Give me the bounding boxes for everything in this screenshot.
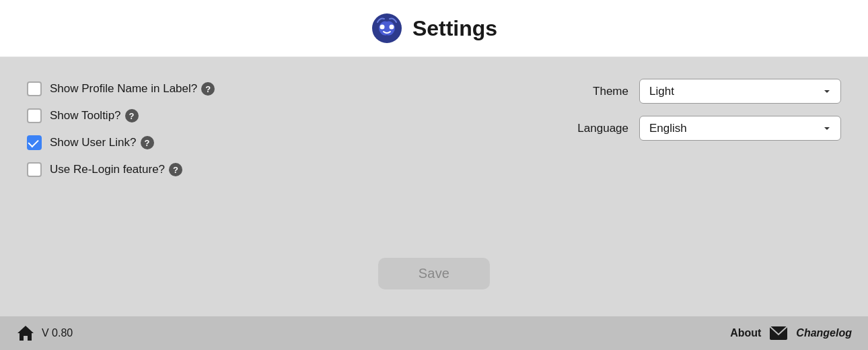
checkboxes-section: Show Profile Name in Label? ? Show Toolt… (27, 77, 215, 177)
main-content: Show Profile Name in Label? ? Show Toolt… (0, 57, 868, 316)
save-button[interactable]: Save (378, 258, 490, 289)
help-icon-relogin[interactable]: ? (169, 163, 182, 176)
checkbox-show-tooltip[interactable]: Show Tooltip? ? (27, 108, 215, 123)
checkbox-use-relogin-label: Use Re-Login feature? ? (50, 163, 182, 176)
svg-point-2 (389, 25, 394, 30)
checkbox-show-tooltip-box[interactable] (27, 108, 42, 123)
theme-label: Theme (568, 85, 628, 98)
save-area: Save (27, 231, 841, 303)
checkbox-show-user-link-box[interactable] (27, 135, 42, 150)
help-icon-tooltip[interactable]: ? (125, 109, 139, 123)
about-link[interactable]: About (730, 327, 761, 339)
footer: V 0.80 About Changelog (0, 316, 868, 350)
header: Settings (0, 0, 868, 57)
checkbox-show-user-link[interactable]: Show User Link? ? (27, 135, 215, 150)
help-icon-profile[interactable]: ? (201, 82, 215, 96)
app-logo (371, 12, 403, 44)
checkbox-use-relogin-box[interactable] (27, 162, 42, 177)
language-row: Language English Spanish French German J… (568, 116, 841, 141)
version-label: V 0.80 (42, 327, 73, 339)
language-select[interactable]: English Spanish French German Japanese (639, 116, 841, 141)
checkbox-show-tooltip-label: Show Tooltip? ? (50, 109, 139, 123)
changelog-link[interactable]: Changelog (796, 327, 852, 339)
help-icon-user-link[interactable]: ? (141, 136, 154, 149)
checkbox-show-user-link-label: Show User Link? ? (50, 136, 154, 149)
footer-right: About Changelog (730, 326, 852, 341)
theme-row: Theme Light Dark System (568, 79, 841, 104)
checkbox-show-profile-name-label: Show Profile Name in Label? ? (50, 82, 215, 96)
settings-grid: Show Profile Name in Label? ? Show Toolt… (27, 77, 841, 177)
home-icon[interactable] (16, 324, 35, 343)
mail-icon[interactable] (769, 326, 788, 341)
svg-marker-3 (17, 326, 34, 341)
checkbox-use-relogin[interactable]: Use Re-Login feature? ? (27, 162, 215, 177)
page-title: Settings (412, 16, 497, 41)
dropdowns-section: Theme Light Dark System Language English… (558, 77, 841, 141)
checkbox-show-profile-name[interactable]: Show Profile Name in Label? ? (27, 81, 215, 96)
language-label: Language (568, 122, 628, 135)
theme-select[interactable]: Light Dark System (639, 79, 841, 104)
svg-point-1 (379, 25, 384, 30)
checkbox-show-profile-name-box[interactable] (27, 81, 42, 96)
footer-left: V 0.80 (16, 324, 73, 343)
